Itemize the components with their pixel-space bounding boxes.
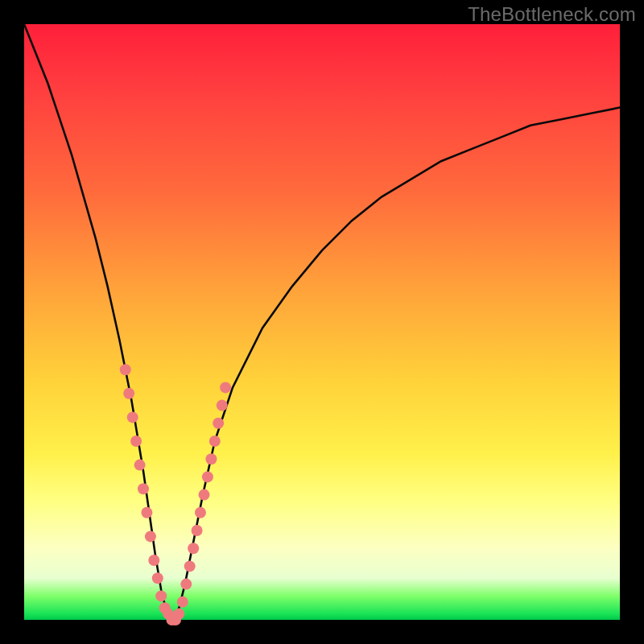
watermark-text: TheBottleneck.com bbox=[468, 3, 636, 26]
marker-dot bbox=[199, 489, 210, 501]
marker-dot bbox=[205, 453, 217, 464]
marker-dot bbox=[173, 609, 184, 620]
marker-dot bbox=[123, 388, 134, 399]
marker-dot bbox=[127, 411, 138, 423]
marker-dot bbox=[202, 471, 213, 482]
marker-dot bbox=[217, 400, 228, 411]
marker-dot bbox=[192, 525, 203, 536]
marker-dot bbox=[213, 418, 224, 429]
marker-dot bbox=[148, 555, 159, 566]
bottleneck-curve bbox=[24, 24, 620, 620]
marker-dot bbox=[195, 507, 206, 518]
marker-dot bbox=[130, 436, 142, 447]
marker-dot bbox=[177, 597, 188, 608]
chart-frame: TheBottleneck.com bbox=[0, 0, 644, 644]
marker-dot bbox=[138, 483, 149, 494]
marker-dot bbox=[184, 560, 196, 572]
marker-dot bbox=[145, 530, 156, 542]
marker-dot bbox=[141, 507, 152, 518]
marker-dot bbox=[220, 382, 231, 393]
marker-dot bbox=[188, 543, 199, 554]
marker-dot bbox=[134, 460, 146, 471]
marker-group bbox=[120, 364, 231, 625]
marker-dot bbox=[180, 579, 192, 590]
curve-layer bbox=[24, 24, 620, 620]
marker-dot bbox=[120, 364, 131, 375]
marker-dot bbox=[152, 572, 163, 584]
marker-dot bbox=[155, 590, 167, 601]
plot-area bbox=[24, 24, 620, 620]
marker-dot bbox=[209, 436, 221, 447]
